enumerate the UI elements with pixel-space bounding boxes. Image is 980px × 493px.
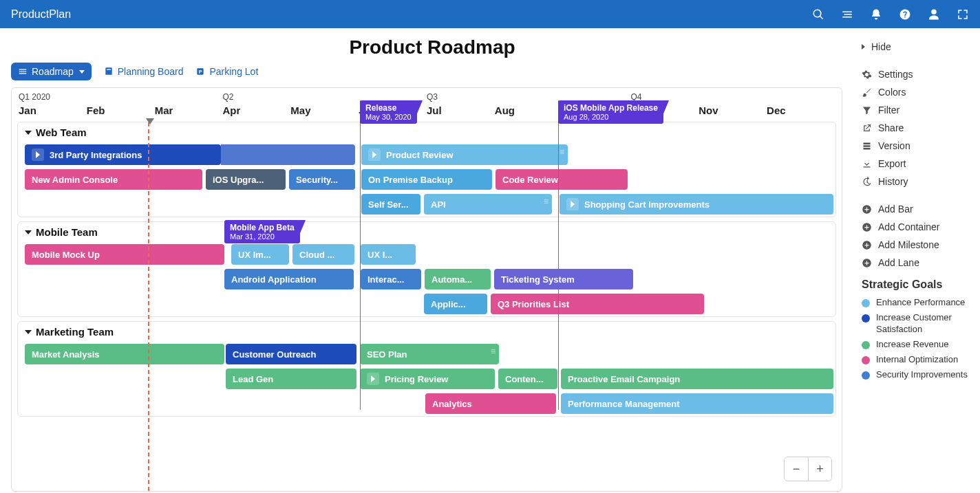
caret-right-icon bbox=[862, 44, 865, 50]
lane-marketing-team: Marketing Team Market Analysis Customer … bbox=[17, 321, 836, 417]
plus-circle-icon bbox=[862, 222, 872, 232]
version-icon bbox=[862, 141, 872, 151]
bar-new-admin-console[interactable]: New Admin Console bbox=[25, 169, 202, 190]
lane-mobile-team: Mobile Team Mobile App Beta Mar 31, 2020… bbox=[17, 221, 836, 317]
side-settings[interactable]: Settings bbox=[862, 65, 972, 83]
bar-shopping-cart-improvements[interactable]: Shopping Cart Improvements bbox=[560, 194, 833, 215]
menu-icon[interactable] bbox=[841, 8, 853, 21]
bar-performance-management[interactable]: Performance Management bbox=[561, 393, 833, 414]
topbar: ProductPlan bbox=[0, 0, 980, 28]
user-icon[interactable] bbox=[928, 8, 940, 21]
bar-on-premise-backup[interactable]: On Premise Backup bbox=[361, 169, 492, 190]
month-label: Jan bbox=[19, 105, 87, 116]
zoom-out-button[interactable]: − bbox=[785, 457, 808, 481]
bar-ios-upgrade[interactable]: iOS Upgra... bbox=[206, 169, 286, 190]
bar-automation[interactable]: Automa... bbox=[425, 269, 491, 289]
help-icon[interactable] bbox=[899, 8, 911, 21]
month-label: Feb bbox=[87, 105, 155, 116]
bar-content[interactable]: Conten... bbox=[498, 369, 557, 389]
lane-toggle-icon[interactable] bbox=[25, 131, 32, 135]
roadmap-board: Q1 2020 Q2 Q3 Q4 Jan Feb Mar Apr May Jun… bbox=[11, 87, 842, 492]
side-filter[interactable]: Filter bbox=[862, 101, 972, 119]
bar-customer-outreach[interactable]: Customer Outreach bbox=[226, 344, 356, 364]
bar-3rd-party-extension[interactable] bbox=[221, 144, 355, 165]
tab-planning-board[interactable]: Planning Board bbox=[104, 66, 184, 77]
goal-color-dot bbox=[862, 341, 870, 349]
lane-toggle-icon[interactable] bbox=[25, 330, 32, 334]
tab-parking-lot[interactable]: P Parking Lot bbox=[195, 66, 258, 77]
bar-market-analysis[interactable]: Market Analysis bbox=[25, 344, 224, 364]
side-colors[interactable]: Colors bbox=[862, 83, 972, 101]
plus-circle-icon bbox=[862, 204, 872, 215]
bar-security[interactable]: Security... bbox=[289, 169, 355, 190]
bar-android-application[interactable]: Android Application bbox=[224, 269, 354, 289]
goal-color-dot bbox=[862, 299, 870, 307]
sidebar: Hide Settings Colors Filter Share Versio… bbox=[853, 28, 980, 492]
bar-q3-priorities[interactable]: Q3 Priorities List bbox=[491, 294, 704, 314]
tab-roadmap[interactable]: Roadmap bbox=[11, 63, 92, 80]
strategic-goal[interactable]: Enhance Performance bbox=[862, 295, 972, 310]
side-version[interactable]: Version bbox=[862, 137, 972, 155]
goal-label: Enhance Performance bbox=[876, 297, 965, 308]
lane-web-team: Web Team 3rd Party Integrations Product … bbox=[17, 122, 836, 217]
bar-interactive[interactable]: Interac... bbox=[361, 269, 421, 289]
bar-api[interactable]: API≡ bbox=[424, 194, 552, 215]
share-icon bbox=[862, 123, 872, 133]
filter-icon bbox=[862, 105, 872, 116]
side-export[interactable]: Export bbox=[862, 155, 972, 173]
gear-icon bbox=[862, 69, 872, 80]
side-add-bar[interactable]: Add Bar bbox=[862, 200, 972, 218]
bar-ux-improvements-1[interactable]: UX Im... bbox=[231, 244, 289, 265]
month-label: Mar bbox=[155, 105, 223, 116]
bell-icon[interactable] bbox=[870, 8, 882, 21]
svg-text:P: P bbox=[199, 69, 202, 74]
strategic-goals-header: Strategic Goals bbox=[862, 278, 972, 291]
bar-mobile-mockup[interactable]: Mobile Mock Up bbox=[25, 244, 224, 265]
month-label: May bbox=[290, 105, 359, 116]
bar-analytics[interactable]: Analytics bbox=[425, 393, 556, 414]
side-hide[interactable]: Hide bbox=[862, 38, 972, 56]
bar-cloud[interactable]: Cloud ... bbox=[292, 244, 354, 265]
bar-code-review[interactable]: Code Review bbox=[496, 169, 628, 190]
strategic-goal[interactable]: Internal Optimization bbox=[862, 352, 972, 367]
bar-lead-gen[interactable]: Lead Gen bbox=[226, 369, 356, 389]
goal-label: Security Improvements bbox=[876, 369, 968, 380]
view-tabs: Roadmap Planning Board P Parking Lot bbox=[11, 63, 853, 80]
side-add-milestone[interactable]: Add Milestone bbox=[862, 236, 972, 254]
bar-ux-improvements-2[interactable]: UX I... bbox=[361, 244, 416, 265]
quarter-label: Q1 2020 bbox=[19, 92, 223, 102]
lane-toggle-icon[interactable] bbox=[25, 230, 32, 234]
goal-label: Increase Customer Satisfaction bbox=[876, 312, 972, 335]
plus-circle-icon bbox=[862, 258, 872, 268]
strategic-goal[interactable]: Increase Revenue bbox=[862, 337, 972, 352]
bar-proactive-email-campaign[interactable]: Proactive Email Campaign bbox=[561, 369, 833, 389]
bar-pricing-review[interactable]: Pricing Review bbox=[360, 369, 495, 389]
strategic-goal[interactable]: Increase Customer Satisfaction bbox=[862, 310, 972, 337]
month-label: Jul bbox=[427, 105, 495, 116]
brand-logo: ProductPlan bbox=[11, 8, 71, 21]
goal-label: Increase Revenue bbox=[876, 339, 949, 350]
bar-3rd-party-integrations[interactable]: 3rd Party Integrations bbox=[25, 144, 221, 165]
search-icon[interactable] bbox=[812, 8, 824, 21]
side-history[interactable]: History bbox=[862, 173, 972, 190]
bar-seo-plan[interactable]: SEO Plan≡ bbox=[360, 344, 499, 364]
side-add-lane[interactable]: Add Lane bbox=[862, 254, 972, 272]
milestone-mobile-app-beta[interactable]: Mobile App Beta Mar 31, 2020 bbox=[224, 220, 300, 243]
side-share[interactable]: Share bbox=[862, 119, 972, 137]
bar-product-review[interactable]: Product Review≡ bbox=[361, 144, 568, 165]
zoom-controls: − + bbox=[784, 457, 832, 481]
milestone-ios-release[interactable]: iOS Mobile App Release Aug 28, 2020 bbox=[558, 100, 663, 124]
month-label: Dec bbox=[767, 105, 835, 116]
side-add-container[interactable]: Add Container bbox=[862, 218, 972, 236]
fullscreen-icon[interactable] bbox=[957, 8, 969, 21]
milestone-release[interactable]: Release May 30, 2020 bbox=[360, 100, 417, 124]
history-icon bbox=[862, 177, 872, 187]
zoom-in-button[interactable]: + bbox=[808, 457, 831, 481]
bar-self-service[interactable]: Self Ser... bbox=[361, 194, 420, 215]
bar-ticketing-system[interactable]: Ticketing System bbox=[494, 269, 633, 289]
brush-icon bbox=[862, 87, 872, 98]
page-title: Product Roadmap bbox=[11, 36, 853, 58]
goal-color-dot bbox=[862, 356, 870, 364]
strategic-goal[interactable]: Security Improvements bbox=[862, 367, 972, 382]
bar-application[interactable]: Applic... bbox=[424, 294, 487, 314]
